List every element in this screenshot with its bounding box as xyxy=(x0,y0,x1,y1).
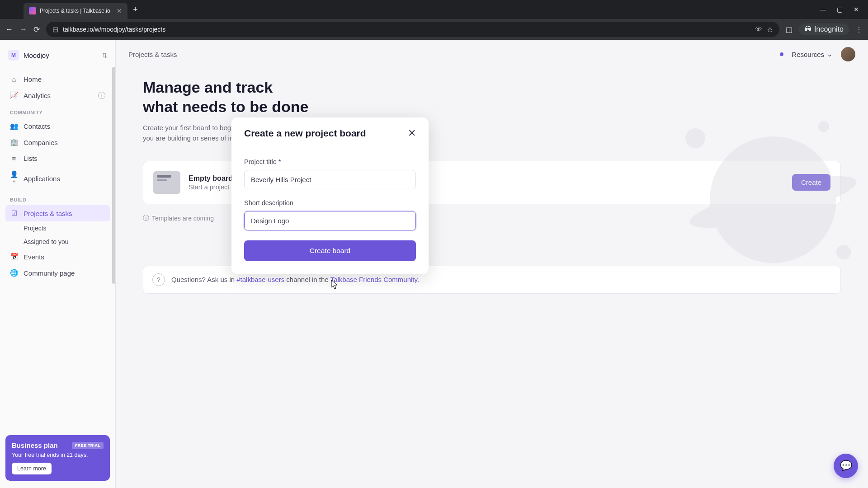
browser-tab[interactable]: Projects & tasks | Talkbase.io ✕ xyxy=(24,3,127,19)
app: M Moodjoy ⇅ ⌂ Home 📈 Analytics i COMMUNI… xyxy=(0,40,868,488)
contacts-icon: 👥 xyxy=(10,122,18,130)
bookmark-icon[interactable]: ☆ xyxy=(767,25,773,34)
window-controls: — ▢ ✕ xyxy=(820,6,864,13)
back-icon[interactable]: ← xyxy=(5,25,13,34)
avatar[interactable] xyxy=(841,47,855,61)
forward-icon[interactable]: → xyxy=(19,25,27,34)
learn-more-button[interactable]: Learn more xyxy=(12,463,52,474)
close-window-icon[interactable]: ✕ xyxy=(854,6,859,13)
chart-icon: 📈 xyxy=(10,91,18,99)
content: Manage and trackwhat needs to be done Cr… xyxy=(116,69,868,303)
chevron-down-icon: ⌄ xyxy=(827,50,833,58)
checkbox-icon: ☑ xyxy=(10,209,18,217)
home-icon: ⌂ xyxy=(10,75,18,83)
close-icon[interactable]: ✕ xyxy=(408,127,416,139)
board-thumb-icon xyxy=(153,171,180,194)
breadcrumb: Projects & tasks xyxy=(128,51,177,58)
chevron-updown-icon: ⇅ xyxy=(102,52,107,59)
url-bar: ← → ⟳ ⊟ talkbase.io/w/moodjoy/tasks/proj… xyxy=(0,19,868,40)
tab-title: Projects & tasks | Talkbase.io xyxy=(40,8,113,14)
sidebar-item-contacts[interactable]: 👥 Contacts xyxy=(5,118,110,134)
help-link-community[interactable]: Talkbase Friends Community xyxy=(330,276,417,283)
incognito-icon: 🕶 xyxy=(804,25,811,33)
status-dot-icon xyxy=(780,52,783,56)
sidebar-item-community-page[interactable]: 🌐 Community page xyxy=(5,265,110,281)
short-description-label: Short description xyxy=(244,199,416,206)
favicon-icon xyxy=(29,7,36,14)
workspace-switcher[interactable]: M Moodjoy ⇅ xyxy=(5,47,110,63)
project-title-input[interactable] xyxy=(244,170,416,189)
section-build: BUILD xyxy=(5,191,110,205)
browser-chrome: Projects & tasks | Talkbase.io ✕ + — ▢ ✕… xyxy=(0,0,868,40)
sidebar-item-events[interactable]: 📅 Events xyxy=(5,249,110,265)
workspace-name: Moodjoy xyxy=(24,52,98,59)
url-field[interactable]: ⊟ talkbase.io/w/moodjoy/tasks/projects 👁… xyxy=(46,22,779,37)
help-link-channel[interactable]: #talkbase-users xyxy=(236,276,284,283)
topbar: Projects & tasks Resources ⌄ xyxy=(116,40,868,69)
create-board-modal: Create a new project board ✕ Project tit… xyxy=(231,117,429,274)
sidebar: M Moodjoy ⇅ ⌂ Home 📈 Analytics i COMMUNI… xyxy=(0,40,116,488)
resources-dropdown[interactable]: Resources ⌄ xyxy=(792,50,833,58)
list-icon: ≡ xyxy=(10,155,18,162)
user-plus-icon: 👤⁺ xyxy=(10,170,18,187)
eye-off-icon[interactable]: 👁 xyxy=(755,25,762,33)
building-icon: 🏢 xyxy=(10,138,18,146)
page-title: Manage and trackwhat needs to be done xyxy=(143,78,841,116)
incognito-badge[interactable]: 🕶 Incognito xyxy=(799,23,849,35)
maximize-icon[interactable]: ▢ xyxy=(837,6,843,13)
sidebar-sub-assigned[interactable]: Assigned to you xyxy=(5,235,110,249)
create-button[interactable]: Create xyxy=(792,174,830,191)
section-community: COMMUNITY xyxy=(5,103,110,118)
sidebar-item-lists[interactable]: ≡ Lists xyxy=(5,150,110,166)
modal-title: Create a new project board xyxy=(244,128,366,139)
menu-icon[interactable]: ⋮ xyxy=(855,25,863,34)
side-panel-icon[interactable]: ◫ xyxy=(786,25,793,34)
trial-text: Your free trial ends in 21 days. xyxy=(12,452,104,458)
chat-icon: 💬 xyxy=(840,460,852,472)
url-text: talkbase.io/w/moodjoy/tasks/projects xyxy=(63,26,750,33)
workspace-badge: M xyxy=(8,50,19,61)
trial-title: Business plan xyxy=(12,441,58,449)
chat-fab[interactable]: 💬 xyxy=(834,454,858,478)
help-text: Questions? Ask us in #talkbase-users cha… xyxy=(171,276,419,283)
create-board-button[interactable]: Create board xyxy=(244,240,416,261)
project-title-label: Project title * xyxy=(244,158,416,165)
sidebar-sub-projects[interactable]: Projects xyxy=(5,221,110,235)
info-circle-icon: ⓘ xyxy=(143,214,149,222)
site-info-icon[interactable]: ⊟ xyxy=(52,25,58,34)
info-icon[interactable]: i xyxy=(98,92,105,99)
new-tab-button[interactable]: + xyxy=(133,5,138,14)
sidebar-item-projects-tasks[interactable]: ☑ Projects & tasks xyxy=(5,205,110,221)
trial-badge: FREE TRIAL xyxy=(72,442,104,449)
short-description-input[interactable] xyxy=(244,211,416,230)
sidebar-item-applications[interactable]: 👤⁺ Applications xyxy=(5,166,110,191)
reload-icon[interactable]: ⟳ xyxy=(33,25,40,34)
sidebar-item-analytics[interactable]: 📈 Analytics i xyxy=(5,87,110,103)
tab-close-icon[interactable]: ✕ xyxy=(117,7,122,14)
tab-bar: Projects & tasks | Talkbase.io ✕ + — ▢ ✕ xyxy=(0,0,868,19)
calendar-icon: 📅 xyxy=(10,253,18,261)
trial-card: Business plan FREE TRIAL Your free trial… xyxy=(5,435,110,481)
question-icon: ? xyxy=(152,273,165,286)
sidebar-item-home[interactable]: ⌂ Home xyxy=(5,71,110,87)
globe-icon: 🌐 xyxy=(10,269,18,277)
main: Projects & tasks Resources ⌄ Manage and … xyxy=(116,40,868,488)
sidebar-item-companies[interactable]: 🏢 Companies xyxy=(5,134,110,150)
minimize-icon[interactable]: — xyxy=(820,6,826,13)
